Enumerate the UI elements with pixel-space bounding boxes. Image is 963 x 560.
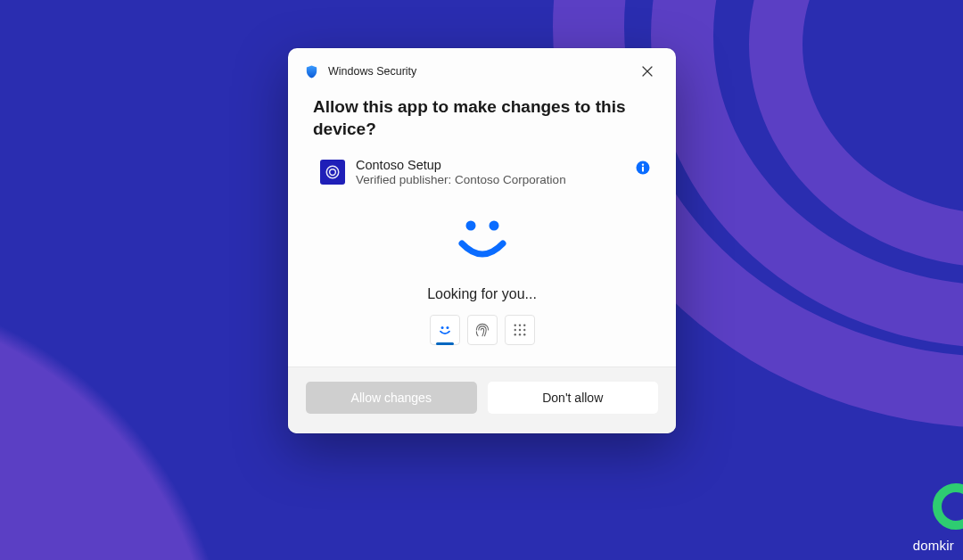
svg-point-9 [514, 325, 515, 326]
app-name: Contoso Setup [356, 158, 624, 172]
app-info-row: Contoso Setup Verified publisher: Contos… [288, 145, 676, 192]
svg-point-0 [326, 167, 339, 179]
dialog-footer: Allow changes Don't allow [288, 366, 676, 433]
svg-point-6 [489, 221, 498, 231]
svg-point-5 [465, 221, 475, 231]
svg-point-11 [523, 325, 525, 326]
auth-option-fingerprint[interactable] [467, 315, 498, 345]
svg-point-1 [330, 169, 336, 176]
fingerprint-icon [473, 321, 491, 339]
svg-point-16 [518, 334, 520, 335]
svg-point-17 [523, 334, 525, 335]
watermark-text: domkir [913, 538, 954, 553]
status-text: Looking for you... [288, 272, 676, 315]
shield-icon [304, 64, 319, 79]
keypad-icon [512, 322, 528, 338]
svg-point-7 [440, 326, 443, 329]
svg-point-8 [446, 326, 449, 329]
svg-point-12 [514, 329, 515, 331]
svg-rect-4 [642, 167, 644, 172]
app-icon [320, 160, 345, 185]
svg-point-14 [523, 329, 525, 331]
info-icon[interactable] [635, 160, 651, 176]
auth-option-face[interactable] [430, 315, 460, 345]
svg-point-13 [518, 329, 520, 331]
uac-dialog: Windows Security Allow this app to make … [288, 48, 676, 433]
auth-method-selector [288, 315, 676, 366]
face-icon [436, 321, 454, 339]
auth-option-pin[interactable] [505, 315, 535, 345]
allow-button[interactable]: Allow changes [306, 382, 477, 414]
svg-point-10 [518, 325, 520, 326]
windows-hello-face-icon [288, 192, 676, 272]
dialog-heading: Allow this app to make changes to this d… [288, 87, 676, 145]
app-publisher: Verified publisher: Contoso Corporation [356, 173, 624, 186]
svg-point-3 [642, 164, 644, 166]
close-button[interactable] [633, 59, 662, 84]
dialog-titlebar: Windows Security [288, 48, 676, 87]
svg-point-15 [514, 334, 515, 335]
decorative-circle [933, 483, 963, 530]
close-icon [642, 66, 653, 77]
deny-button[interactable]: Don't allow [488, 382, 659, 414]
dialog-title: Windows Security [328, 65, 624, 78]
